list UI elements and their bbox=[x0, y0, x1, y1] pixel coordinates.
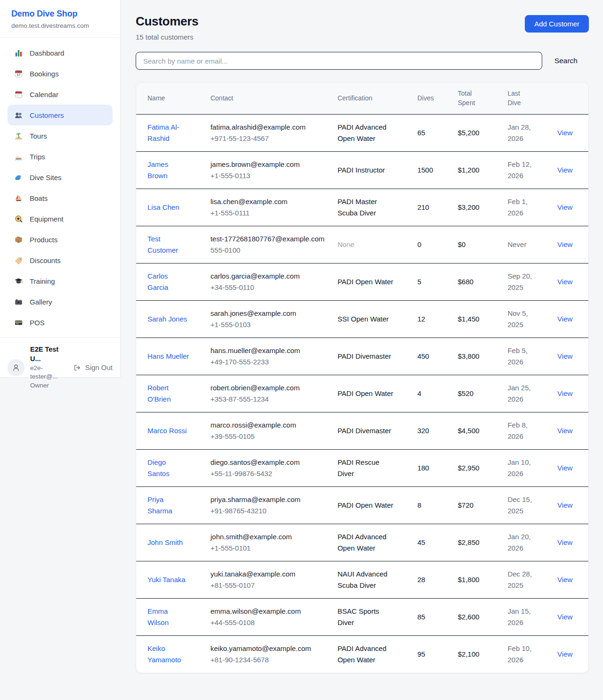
customer-phone: +55-11-99876-5432 bbox=[211, 468, 326, 479]
col-header-actions bbox=[552, 82, 588, 114]
customer-last-dive: Never bbox=[507, 239, 536, 250]
customer-name-link[interactable]: Emma Wilson bbox=[147, 606, 190, 628]
search-button[interactable]: Search bbox=[542, 57, 589, 65]
view-link[interactable]: View bbox=[557, 129, 572, 137]
sidebar-item-equipment[interactable]: Equipment bbox=[8, 208, 113, 229]
package-icon bbox=[14, 235, 23, 244]
customer-name-link[interactable]: Keiko Yamamoto bbox=[147, 643, 190, 666]
customer-name-link[interactable]: Yuki Tanaka bbox=[147, 574, 190, 585]
customer-dives: 450 bbox=[412, 338, 452, 375]
people-icon bbox=[14, 110, 23, 120]
customer-phone: +1-555-0113 bbox=[211, 170, 326, 181]
customer-name-link[interactable]: Fatima Al-Rashid bbox=[147, 122, 190, 144]
sign-out-button[interactable]: Sign Out bbox=[73, 363, 113, 372]
customer-phone: +1-555-0103 bbox=[211, 319, 326, 330]
view-link[interactable]: View bbox=[557, 613, 572, 621]
table-row: Priya Sharmapriya.sharma@example.com+91-… bbox=[136, 486, 588, 524]
col-header-last-dive: Last Dive bbox=[502, 82, 552, 114]
customers-table-card: Name Contact Certification Dives Total S… bbox=[136, 82, 589, 673]
customer-phone: +39-555-0105 bbox=[211, 431, 326, 442]
sidebar-item-boats[interactable]: Boats bbox=[8, 188, 113, 208]
table-row: James Brownjames.brown@example.com+1-555… bbox=[136, 151, 588, 189]
customer-email: test-1772681807767@example.com bbox=[211, 233, 326, 245]
customer-name-link[interactable]: Hans Mueller bbox=[147, 351, 190, 362]
customer-certification: None bbox=[337, 239, 397, 250]
customer-certification: PADI Rescue Diver bbox=[337, 457, 397, 479]
customer-last-dive: Feb 1, 2026 bbox=[507, 196, 536, 219]
customer-phone: +1-555-0111 bbox=[211, 207, 326, 219]
customer-phone: +91-98765-43210 bbox=[211, 505, 326, 517]
customer-name-link[interactable]: Test Customer bbox=[147, 233, 190, 256]
customer-dives: 0 bbox=[412, 226, 452, 263]
page-title: Customers bbox=[136, 14, 198, 29]
sidebar-item-pos[interactable]: POS bbox=[8, 312, 113, 333]
sidebar-item-customers[interactable]: Customers bbox=[8, 105, 113, 125]
table-row: Diego Santosdiego.santos@example.com+55-… bbox=[136, 449, 588, 486]
customer-name-link[interactable]: Robert O'Brien bbox=[147, 382, 190, 405]
customer-dives: 1500 bbox=[412, 151, 452, 189]
customer-dives: 210 bbox=[412, 189, 452, 226]
customer-name-link[interactable]: Priya Sharma bbox=[147, 494, 190, 517]
customer-last-dive: Feb 10, 2026 bbox=[507, 643, 536, 666]
customer-total-spent: $2,100 bbox=[452, 635, 502, 673]
customer-total-spent: $2,600 bbox=[452, 598, 502, 635]
customer-name-link[interactable]: James Brown bbox=[147, 159, 190, 181]
view-link[interactable]: View bbox=[557, 315, 572, 323]
customer-last-dive: Dec 15, 2025 bbox=[507, 494, 536, 517]
customer-total-spent: $5,200 bbox=[452, 114, 502, 151]
customer-name-link[interactable]: Diego Santos bbox=[147, 457, 190, 479]
customer-certification: PADI Divemaster bbox=[337, 425, 397, 436]
customer-name-link[interactable]: Marco Rossi bbox=[147, 425, 190, 436]
user-name: E2E Test U... bbox=[30, 345, 67, 364]
customer-total-spent: $3,200 bbox=[452, 189, 502, 226]
customer-email: diego.santos@example.com bbox=[211, 457, 326, 468]
view-link[interactable]: View bbox=[557, 538, 572, 546]
customer-name-link[interactable]: Lisa Chen bbox=[147, 202, 190, 213]
customer-dives: 180 bbox=[412, 449, 452, 486]
sidebar-item-trips[interactable]: Trips bbox=[8, 146, 113, 167]
view-link[interactable]: View bbox=[557, 166, 572, 174]
view-link[interactable]: View bbox=[557, 278, 572, 286]
view-link[interactable]: View bbox=[557, 650, 572, 658]
customer-name-link[interactable]: John Smith bbox=[147, 537, 190, 548]
sidebar-item-label: Calendar bbox=[30, 91, 58, 99]
page-header-text: Customers 15 total customers bbox=[136, 14, 198, 41]
view-link[interactable]: View bbox=[557, 576, 572, 584]
customer-name-link[interactable]: Carlos Garcia bbox=[147, 271, 190, 293]
sidebar-item-dashboard[interactable]: Dashboard bbox=[8, 42, 113, 63]
table-row: Lisa Chenlisa.chen@example.com+1-555-011… bbox=[136, 189, 588, 226]
sidebar-item-training[interactable]: Training bbox=[8, 271, 113, 291]
table-row: Emma Wilsonemma.wilson@example.com+44-55… bbox=[136, 598, 588, 635]
customer-certification: NAUI Advanced Scuba Diver bbox=[337, 568, 397, 591]
search-input[interactable] bbox=[136, 52, 542, 70]
customer-phone: +971-55-123-4567 bbox=[211, 133, 326, 144]
customer-email: hans.mueller@example.com bbox=[211, 345, 326, 356]
sidebar-item-products[interactable]: Products bbox=[8, 229, 113, 250]
sidebar-item-label: Training bbox=[30, 277, 55, 285]
sidebar-item-gallery[interactable]: Gallery bbox=[8, 291, 113, 312]
sidebar-item-label: Dive Sites bbox=[30, 173, 62, 181]
view-link[interactable]: View bbox=[557, 240, 572, 248]
customer-total-spent: $1,450 bbox=[452, 300, 502, 338]
view-link[interactable]: View bbox=[557, 203, 572, 211]
sidebar-item-calendar[interactable]: Calendar bbox=[8, 84, 113, 105]
view-link[interactable]: View bbox=[557, 352, 572, 360]
sidebar-item-bookings[interactable]: 17Bookings bbox=[8, 63, 113, 84]
customer-total-spent: $720 bbox=[452, 486, 502, 524]
view-link[interactable]: View bbox=[557, 464, 572, 472]
customer-last-dive: Feb 8, 2026 bbox=[507, 420, 536, 442]
view-link[interactable]: View bbox=[557, 389, 572, 397]
customer-last-dive: Jan 10, 2026 bbox=[507, 457, 536, 479]
add-customer-button[interactable]: Add Customer bbox=[525, 15, 589, 33]
sidebar-item-discounts[interactable]: Discounts bbox=[8, 250, 113, 271]
sign-out-icon bbox=[73, 363, 81, 372]
customers-table: Name Contact Certification Dives Total S… bbox=[136, 82, 588, 673]
sidebar-item-tours[interactable]: Tours bbox=[8, 125, 113, 146]
sidebar-item-dive-sites[interactable]: Dive Sites bbox=[8, 167, 113, 188]
customer-certification: BSAC Sports Diver bbox=[337, 606, 397, 628]
view-link[interactable]: View bbox=[557, 501, 572, 509]
view-link[interactable]: View bbox=[557, 427, 572, 435]
table-row: Sarah Jonessarah.jones@example.com+1-555… bbox=[136, 300, 588, 338]
customer-name-link[interactable]: Sarah Jones bbox=[147, 313, 190, 325]
user-meta: E2E Test U... e2e-tester@... Owner bbox=[30, 345, 67, 390]
